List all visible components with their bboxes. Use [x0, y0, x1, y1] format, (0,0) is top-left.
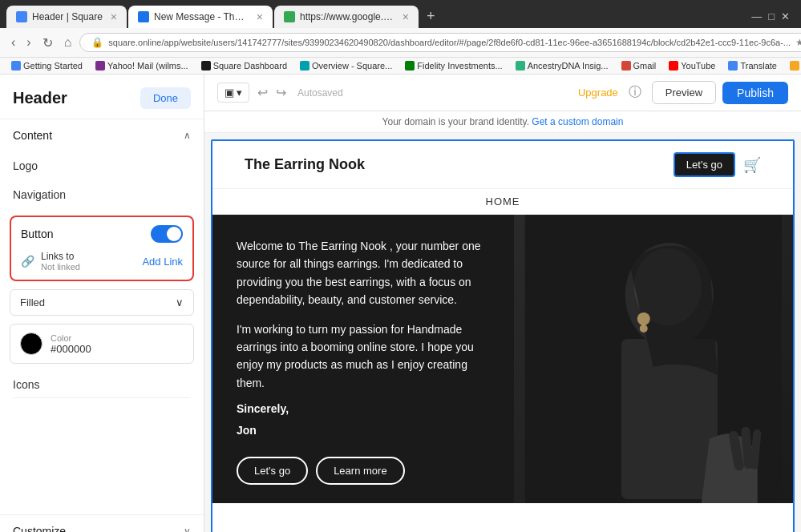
logo-label: Logo	[13, 159, 38, 172]
tab-3-close[interactable]: ×	[403, 10, 409, 23]
content-chevron-icon: ∧	[184, 130, 191, 141]
links-row: 🔗 Links to Not linked Add Link	[21, 251, 183, 272]
lets-go-button[interactable]: Let's go	[674, 152, 735, 177]
toggle-slider	[151, 225, 183, 243]
minimize-btn[interactable]: —	[751, 10, 762, 22]
customize-label: Customize	[13, 525, 66, 532]
bookmarks-bar: Getting Started Yahoo! Mail (wilms... Sq…	[0, 58, 801, 75]
site-header: The Earring Nook Let's go 🛒	[212, 141, 793, 189]
browser-chrome: Header | Square × New Message - The Sell…	[0, 0, 801, 75]
links-to-label: Links to	[41, 251, 136, 262]
hero-buttons: Let's go Learn more	[237, 457, 490, 485]
tab-3-label: https://www.google.com/search...	[300, 11, 394, 22]
home-btn[interactable]: ⌂	[61, 34, 75, 51]
tab-1-close[interactable]: ×	[111, 10, 117, 23]
close-browser-btn[interactable]: ✕	[781, 10, 790, 22]
tab-2-close[interactable]: ×	[257, 10, 263, 23]
site-name: The Earring Nook	[245, 156, 365, 173]
bookmark-gmail[interactable]: Gmail	[618, 60, 660, 71]
tab-2[interactable]: New Message - The Seller Comm... ×	[128, 6, 273, 28]
bookmark-youtube[interactable]: YouTube	[665, 60, 718, 71]
toolbar-left: ▣ ▾ ↩ ↪ Autosaved	[217, 83, 343, 103]
url-bar[interactable]: 🔒 square.online/app/website/users/141742…	[79, 33, 801, 52]
bookmark-yahoo[interactable]: Yahoo! Mail (wilms...	[92, 60, 192, 71]
hero-btn-1[interactable]: Let's go	[237, 457, 308, 485]
view-selector[interactable]: ▣ ▾	[217, 83, 249, 103]
hero-paragraph-2: I'm working to turn my passion for Handm…	[237, 320, 490, 393]
bookmark-workday[interactable]: Workday polaris	[787, 60, 801, 71]
info-button[interactable]: ⓘ	[625, 83, 645, 103]
bookmark-label-6: AncestryDNA Insig...	[528, 61, 609, 71]
tab-3[interactable]: https://www.google.com/search... ×	[274, 6, 419, 28]
hero-paragraph-4: Jon	[237, 421, 490, 439]
button-section-label: Button	[21, 228, 53, 240]
icons-section: Icons	[0, 370, 204, 409]
bookmark-favicon-7	[621, 61, 631, 71]
content-section-header[interactable]: Content ∧	[0, 119, 204, 151]
maximize-btn[interactable]: □	[768, 10, 775, 22]
logo-item[interactable]: Logo	[0, 151, 204, 180]
customize-section[interactable]: Customize ∨	[0, 514, 204, 532]
add-link-button[interactable]: Add Link	[142, 256, 183, 268]
bookmark-star[interactable]: ★	[795, 37, 801, 48]
bookmark-label-8: YouTube	[681, 61, 715, 71]
nav-home-label[interactable]: HOME	[486, 195, 520, 208]
filled-chevron-icon: ∨	[176, 296, 184, 308]
website-preview: The Earring Nook Let's go 🛒 HOME Welcome…	[211, 139, 795, 532]
undo-button[interactable]: ↩	[254, 83, 271, 102]
bookmark-translate[interactable]: Translate	[725, 60, 779, 71]
bookmark-label-2: Yahoo! Mail (wilms...	[107, 61, 188, 71]
site-nav: HOME	[212, 189, 793, 215]
get-custom-domain-link[interactable]: Get a custom domain	[532, 116, 623, 127]
bookmark-favicon-4	[300, 61, 309, 71]
bookmark-favicon-6	[516, 61, 525, 71]
forward-btn[interactable]: ›	[23, 34, 34, 51]
site-header-right: Let's go 🛒	[674, 152, 761, 177]
done-button[interactable]: Done	[140, 87, 191, 109]
bookmark-overview[interactable]: Overview - Square...	[297, 60, 395, 71]
cart-icon[interactable]: 🛒	[743, 156, 761, 174]
bookmark-favicon-1	[11, 61, 21, 71]
hero-section: Welcome to The Earring Nook , your numbe…	[212, 215, 793, 503]
main-area: ▣ ▾ ↩ ↪ Autosaved Upgrade ⓘ Preview Publ…	[204, 75, 801, 532]
domain-notice-text: Your domain is your brand identity.	[382, 116, 529, 127]
navigation-item[interactable]: Navigation	[0, 180, 204, 209]
color-label: Color	[51, 333, 91, 343]
filled-dropdown[interactable]: Filled ∨	[10, 289, 194, 316]
panel-content: Content ∧ Logo Navigation Button	[0, 119, 204, 514]
upgrade-button[interactable]: Upgrade	[578, 87, 618, 99]
bookmark-favicon-2	[95, 61, 105, 71]
color-row[interactable]: Color #000000	[10, 324, 194, 364]
filled-label: Filled	[20, 296, 45, 308]
autosaved-label: Autosaved	[297, 87, 343, 99]
tab-1-favicon	[16, 11, 27, 22]
bookmark-favicon-9	[728, 61, 738, 71]
tab-1[interactable]: Header | Square ×	[6, 6, 127, 28]
preview-button[interactable]: Preview	[652, 81, 716, 104]
icons-label: Icons	[13, 378, 191, 391]
bookmark-getting-started[interactable]: Getting Started	[8, 60, 86, 71]
bookmark-favicon-5	[405, 61, 415, 71]
color-info: Color #000000	[51, 333, 91, 355]
publish-button[interactable]: Publish	[722, 82, 788, 104]
color-value-display: #000000	[51, 343, 91, 355]
bookmark-square-dashboard[interactable]: Square Dashboard	[198, 60, 290, 71]
bookmark-label-9: Translate	[740, 61, 776, 71]
reload-btn[interactable]: ↻	[39, 34, 56, 52]
button-toggle[interactable]	[151, 225, 183, 243]
hero-text: Welcome to The Earring Nook , your numbe…	[212, 215, 514, 503]
icons-divider	[13, 397, 191, 398]
hero-image-svg	[514, 215, 793, 503]
browser-controls: ‹ › ↻ ⌂ 🔒 square.online/app/website/user…	[0, 28, 801, 58]
bookmark-ancestry[interactable]: AncestryDNA Insig...	[512, 60, 612, 71]
tab-2-label: New Message - The Seller Comm...	[154, 11, 249, 22]
redo-button[interactable]: ↪	[273, 83, 289, 102]
bookmark-fidelity[interactable]: Fidelity Investments...	[402, 60, 505, 71]
view-chevron-icon: ▾	[237, 87, 242, 99]
svg-point-4	[637, 312, 650, 325]
left-panel: Header Done Content ∧ Logo Navigation Bu…	[0, 75, 204, 532]
hero-btn-2[interactable]: Learn more	[316, 457, 404, 485]
back-btn[interactable]: ‹	[8, 34, 18, 51]
link-icon: 🔗	[21, 255, 34, 268]
new-tab-button[interactable]: +	[420, 5, 442, 28]
